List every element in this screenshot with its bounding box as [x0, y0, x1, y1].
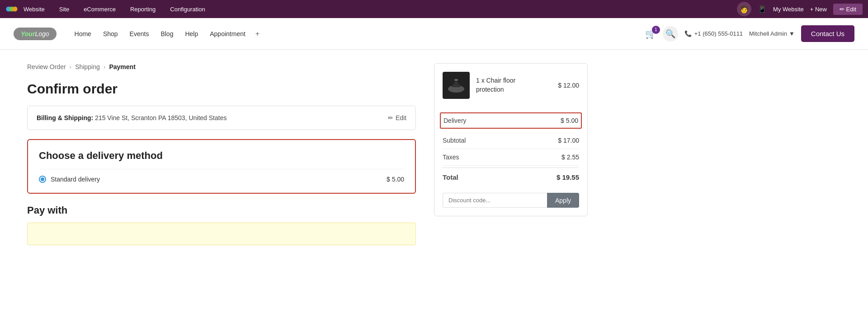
delivery-option-price: $ 5.00: [387, 176, 404, 183]
admin-logo: Website: [5, 3, 47, 15]
breadcrumb-sep1: ›: [70, 63, 72, 70]
billing-address: 215 Vine St, Scranton PA 18503, United S…: [95, 114, 226, 121]
nav-right: 🛒 1 🔍 📞 +1 (650) 555-0111 Mitchell Admin…: [645, 25, 854, 42]
pay-with-section: Pay with: [27, 205, 416, 245]
my-website-button[interactable]: My Website: [773, 6, 804, 13]
odoo-icon: [5, 3, 18, 15]
billing-label: Billing & Shipping:: [37, 114, 93, 121]
admin-nav-configuration[interactable]: Configuration: [167, 4, 208, 14]
summary-subtotal-row: Subtotal $ 17.00: [443, 132, 579, 149]
delivery-radio[interactable]: [39, 176, 46, 183]
subtotal-value: $ 17.00: [558, 137, 579, 144]
delivery-row-value: $ 5.00: [561, 117, 578, 124]
summary-delivery-row: Delivery $ 5.00: [440, 112, 582, 129]
main-column: Review Order › Shipping › Payment Confir…: [27, 63, 416, 245]
nav-home[interactable]: Home: [70, 28, 96, 40]
taxes-label: Taxes: [443, 154, 459, 161]
item-details: 1 x Chair floor protection: [476, 76, 552, 94]
phone-area: 📞 +1 (650) 555-0111: [684, 30, 743, 37]
svg-rect-4: [454, 79, 458, 81]
page-content: Review Order › Shipping › Payment Confir…: [0, 50, 868, 259]
nav-blog[interactable]: Blog: [156, 28, 178, 40]
admin-bar-right: 🧑 📱 My Website + New ✏ Edit: [737, 2, 863, 16]
item-image-svg: [445, 75, 467, 96]
edit-button[interactable]: ✏ Edit: [833, 4, 863, 15]
logo-area: YourLogo: [14, 28, 57, 40]
summary-total-row: Total $ 19.55: [443, 168, 579, 186]
nav-add-icon[interactable]: +: [253, 28, 262, 40]
breadcrumb-step1[interactable]: Review Order: [27, 63, 66, 70]
search-button[interactable]: 🔍: [663, 26, 678, 42]
delivery-option[interactable]: Standard delivery $ 5.00: [39, 169, 404, 183]
mobile-icon[interactable]: 📱: [758, 5, 767, 14]
pencil-icon: ✏: [388, 114, 393, 121]
nav-links: Home Shop Events Blog Help Appointment +: [70, 28, 645, 40]
summary-card: 1 x Chair floor protection $ 12.00 Deliv…: [434, 63, 588, 216]
admin-nav-ecommerce[interactable]: eCommerce: [81, 4, 118, 14]
nav-appointment[interactable]: Appointment: [205, 28, 250, 40]
total-value: $ 19.55: [557, 173, 579, 181]
summary-taxes-row: Taxes $ 2.55: [443, 149, 579, 166]
edit-label: Edit: [396, 114, 406, 121]
breadcrumb-sep2: ›: [104, 63, 106, 70]
subtotal-label: Subtotal: [443, 137, 466, 144]
item-name: 1 x Chair floor protection: [476, 76, 552, 94]
nav-shop[interactable]: Shop: [99, 28, 123, 40]
delivery-section: Choose a delivery method Standard delive…: [27, 139, 416, 194]
discount-area: Apply: [443, 193, 579, 208]
breadcrumb-step3: Payment: [109, 63, 135, 70]
svg-point-2: [12, 6, 17, 11]
order-item: 1 x Chair floor protection $ 12.00: [443, 72, 579, 105]
item-image: [443, 72, 470, 99]
admin-nav-reporting[interactable]: Reporting: [127, 4, 158, 14]
cart-badge: 1: [652, 26, 660, 34]
item-price: $ 12.00: [558, 82, 579, 89]
phone-number: +1 (650) 555-0111: [694, 30, 743, 37]
delivery-option-label: Standard delivery: [51, 176, 100, 183]
billing-card: Billing & Shipping: 215 Vine St, Scranto…: [27, 106, 416, 130]
contact-us-button[interactable]: Contact Us: [801, 25, 854, 42]
discount-input[interactable]: [443, 193, 547, 208]
delivery-title: Choose a delivery method: [39, 150, 404, 162]
admin-bar: Website Site eCommerce Reporting Configu…: [0, 0, 868, 18]
logo-badge[interactable]: YourLogo: [14, 28, 57, 40]
confirm-order-title: Confirm order: [27, 81, 416, 97]
nav-help[interactable]: Help: [180, 28, 203, 40]
admin-nav-site[interactable]: Site: [57, 4, 72, 14]
nav-events[interactable]: Events: [125, 28, 154, 40]
billing-edit-button[interactable]: ✏ Edit: [388, 114, 406, 121]
order-summary: 1 x Chair floor protection $ 12.00 Deliv…: [434, 63, 588, 245]
delivery-row-label: Delivery: [443, 117, 467, 124]
breadcrumb-step2[interactable]: Shipping: [75, 63, 100, 70]
taxes-value: $ 2.55: [561, 154, 579, 161]
breadcrumb: Review Order › Shipping › Payment: [27, 63, 416, 70]
apply-button[interactable]: Apply: [547, 193, 579, 208]
pay-with-title: Pay with: [27, 205, 416, 216]
website-nav: YourLogo Home Shop Events Blog Help Appo…: [0, 18, 868, 50]
total-label: Total: [443, 173, 458, 181]
admin-avatar: 🧑: [737, 2, 751, 16]
billing-text: Billing & Shipping: 215 Vine St, Scranto…: [37, 114, 226, 121]
user-dropdown-icon: ▼: [789, 30, 795, 37]
admin-app-name[interactable]: Website: [21, 4, 47, 14]
delivery-option-left: Standard delivery: [39, 176, 100, 183]
user-menu[interactable]: Mitchell Admin ▼: [749, 30, 795, 37]
cart-button[interactable]: 🛒 1: [645, 28, 656, 39]
pay-placeholder: [27, 223, 416, 245]
phone-icon: 📞: [684, 30, 692, 37]
user-name: Mitchell Admin: [749, 30, 787, 37]
new-button[interactable]: + New: [810, 6, 827, 13]
